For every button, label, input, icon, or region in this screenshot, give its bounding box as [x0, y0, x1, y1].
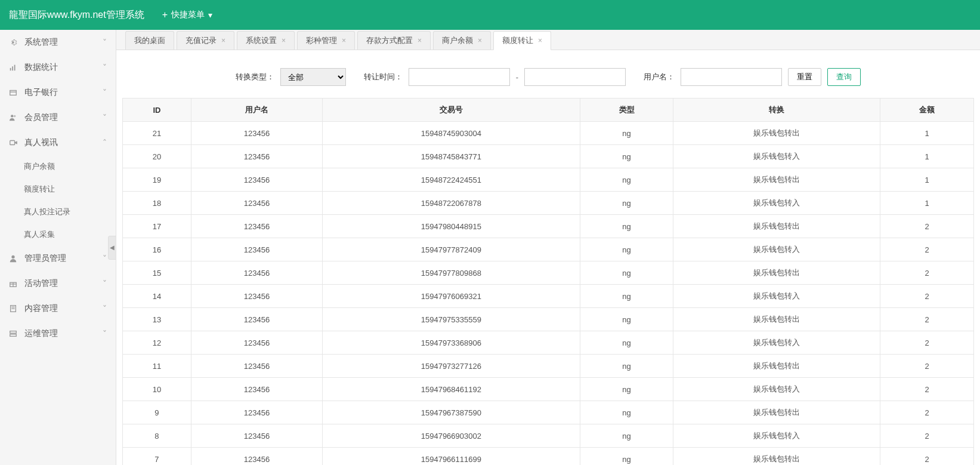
table-row: 1412345615947976069321ng娱乐钱包转入2 — [123, 285, 974, 308]
cell-amount: 2 — [880, 355, 974, 378]
cell-type: ng — [580, 331, 673, 355]
cell-txn: 15947977872409 — [323, 238, 580, 261]
sidebar-item-7[interactable]: 内容管理˅ — [0, 296, 116, 321]
tab-label: 我的桌面 — [134, 35, 165, 46]
filter-time-end[interactable] — [524, 68, 626, 86]
filter-time-start[interactable] — [409, 68, 510, 86]
tab-5[interactable]: 商户余额× — [433, 31, 491, 50]
doc-icon — [9, 304, 18, 313]
close-icon[interactable]: × — [418, 36, 422, 45]
cell-conv: 娱乐钱包转出 — [673, 308, 880, 331]
cell-amount: 2 — [880, 401, 974, 424]
cell-amount: 2 — [880, 285, 974, 308]
table-row: 1312345615947975335559ng娱乐钱包转出2 — [123, 308, 974, 331]
cell-type: ng — [580, 122, 673, 145]
cell-amount: 2 — [880, 238, 974, 261]
cell-amount: 2 — [880, 378, 974, 401]
sidebar-sub-item-1[interactable]: 额度转让 — [0, 178, 116, 201]
sidebar-item-6[interactable]: 活动管理˅ — [0, 271, 116, 296]
sidebar-item-3[interactable]: 会员管理˅ — [0, 105, 116, 130]
users-icon — [9, 113, 18, 122]
sidebar-item-label: 管理员管理 — [24, 253, 103, 264]
close-icon[interactable]: × — [342, 36, 346, 45]
sidebar-item-1[interactable]: 数据统计˅ — [0, 55, 116, 80]
table-row: 1712345615947980448915ng娱乐钱包转出2 — [123, 215, 974, 238]
sidebar-sub-item-2[interactable]: 真人投注记录 — [0, 201, 116, 223]
cell-type: ng — [580, 145, 673, 168]
table-row: 712345615947966111699ng娱乐钱包转出2 — [123, 448, 974, 466]
sidebar-collapse-handle[interactable]: ◀ — [108, 236, 116, 260]
sidebar-item-4[interactable]: 真人视讯˄ — [0, 130, 116, 155]
tab-2[interactable]: 系统设置× — [237, 31, 295, 50]
cell-id: 13 — [123, 308, 191, 331]
sidebar-sub-item-0[interactable]: 商户余额 — [0, 155, 116, 178]
cell-user: 123456 — [191, 168, 322, 192]
quick-menu[interactable]: + 快捷菜单 ▾ — [162, 10, 212, 20]
sidebar-sub-item-3[interactable]: 真人采集 — [0, 223, 116, 246]
chevron-down-icon: ˅ — [103, 63, 107, 72]
close-icon[interactable]: × — [221, 36, 225, 45]
plus-icon: + — [162, 10, 168, 20]
cell-amount: 2 — [880, 215, 974, 238]
chevron-down-icon: ˅ — [103, 329, 107, 338]
cell-conv: 娱乐钱包转入 — [673, 331, 880, 355]
cell-txn: 15948722067878 — [323, 192, 580, 215]
tab-1[interactable]: 充值记录× — [177, 31, 234, 50]
cell-id: 11 — [123, 355, 191, 378]
cell-conv: 娱乐钱包转出 — [673, 122, 880, 145]
cell-conv: 娱乐钱包转出 — [673, 215, 880, 238]
chevron-down-icon: ˅ — [103, 38, 107, 47]
cell-type: ng — [580, 285, 673, 308]
col-header-1: 用户名 — [191, 98, 322, 122]
svg-point-6 — [14, 115, 16, 118]
cell-txn: 15947975335559 — [323, 308, 580, 331]
filter-time-label: 转让时间： — [364, 72, 403, 82]
cell-id: 18 — [123, 192, 191, 215]
cell-amount: 1 — [880, 168, 974, 192]
filter-user-input[interactable] — [681, 68, 782, 86]
col-header-0: ID — [123, 98, 191, 122]
cell-user: 123456 — [191, 261, 322, 285]
cell-type: ng — [580, 378, 673, 401]
filter-type-select[interactable]: 全部 — [280, 68, 346, 86]
cell-conv: 娱乐钱包转出 — [673, 168, 880, 192]
tab-0[interactable]: 我的桌面 — [125, 31, 174, 50]
sidebar-item-5[interactable]: 管理员管理˅ — [0, 246, 116, 271]
reset-button[interactable]: 重置 — [788, 68, 821, 86]
top-header: 龍聖国际www.fkym.net管理系统 + 快捷菜单 ▾ — [0, 0, 980, 30]
cell-amount: 1 — [880, 192, 974, 215]
cell-amount: 2 — [880, 424, 974, 448]
cell-type: ng — [580, 168, 673, 192]
cell-amount: 2 — [880, 331, 974, 355]
cell-conv: 娱乐钱包转入 — [673, 378, 880, 401]
tab-6[interactable]: 额度转让× — [493, 31, 551, 50]
tab-3[interactable]: 彩种管理× — [297, 31, 355, 50]
table-row: 1612345615947977872409ng娱乐钱包转入2 — [123, 238, 974, 261]
sidebar-item-8[interactable]: 运维管理˅ — [0, 321, 116, 346]
sidebar-item-0[interactable]: 系统管理˅ — [0, 30, 116, 55]
cell-amount: 1 — [880, 145, 974, 168]
tab-4[interactable]: 存款方式配置× — [357, 31, 431, 50]
tab-label: 额度转让 — [502, 35, 533, 46]
table-row: 1212345615947973368906ng娱乐钱包转入2 — [123, 331, 974, 355]
cell-txn: 15947966111699 — [323, 448, 580, 466]
cell-conv: 娱乐钱包转出 — [673, 261, 880, 285]
query-button[interactable]: 查询 — [827, 68, 861, 86]
close-icon[interactable]: × — [478, 36, 482, 45]
sidebar-item-2[interactable]: 电子银行˅ — [0, 80, 116, 105]
col-header-4: 转换 — [673, 98, 880, 122]
cell-txn: 15947973277126 — [323, 355, 580, 378]
sidebar-item-label: 内容管理 — [24, 303, 103, 314]
close-icon[interactable]: × — [538, 36, 542, 45]
close-icon[interactable]: × — [282, 36, 286, 45]
time-separator: - — [516, 73, 518, 82]
cell-user: 123456 — [191, 331, 322, 355]
cell-conv: 娱乐钱包转出 — [673, 355, 880, 378]
tab-label: 彩种管理 — [306, 35, 337, 46]
svg-rect-2 — [14, 65, 16, 71]
cell-user: 123456 — [191, 238, 322, 261]
cell-conv: 娱乐钱包转出 — [673, 448, 880, 466]
chevron-down-icon: ˅ — [103, 254, 107, 263]
cell-id: 19 — [123, 168, 191, 192]
cell-txn: 15947968461192 — [323, 378, 580, 401]
